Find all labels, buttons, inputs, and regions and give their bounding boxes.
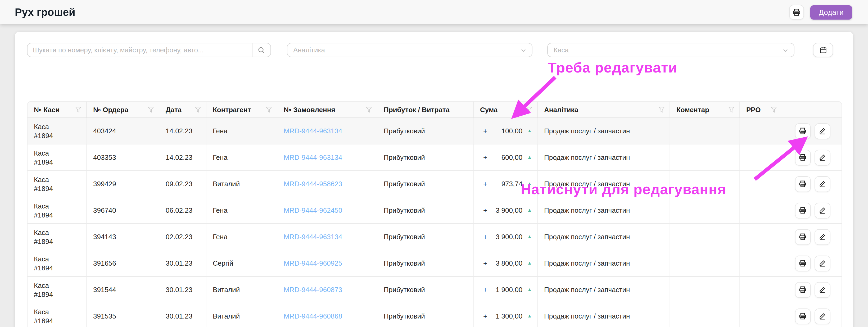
column-header[interactable]: Сума: [474, 102, 538, 118]
add-button[interactable]: Додати: [810, 5, 852, 19]
column-header[interactable]: Аналітика: [538, 102, 670, 118]
cell-contragent: Сергій: [207, 250, 277, 276]
row-print-button[interactable]: [795, 176, 811, 192]
cell-kasa: Каса #1894: [28, 250, 87, 276]
search-button[interactable]: [252, 43, 271, 57]
order-link[interactable]: MRD-9444-963134: [284, 233, 342, 241]
cell-type: Прибутковий: [377, 144, 474, 170]
column-header[interactable]: № Каси: [28, 102, 87, 118]
filter-funnel-icon[interactable]: [266, 106, 272, 113]
row-print-button[interactable]: [795, 282, 811, 298]
cell-analytics: Продаж послуг / запчастин: [538, 303, 670, 327]
table-row[interactable]: Каса #1894 394143 02.02.23 Гена MRD-9444…: [28, 224, 841, 250]
kasa-select[interactable]: Каса: [547, 43, 795, 57]
table-row[interactable]: Каса #1894 396740 06.02.23 Гена MRD-9444…: [28, 197, 841, 224]
order-link[interactable]: MRD-9444-960868: [284, 312, 342, 320]
cell-analytics: Продаж послуг / запчастин: [538, 144, 670, 170]
cell-comment: [670, 118, 740, 144]
filter-funnel-icon[interactable]: [195, 106, 201, 113]
date-range-button[interactable]: [813, 43, 833, 57]
cell-order-ref: MRD-9444-960925: [277, 250, 377, 276]
cell-type: Прибутковий: [377, 277, 474, 303]
cell-order-number: 391544: [87, 277, 159, 303]
column-header[interactable]: Дата: [159, 102, 207, 118]
row-edit-button[interactable]: [814, 255, 830, 271]
cell-rro: [740, 144, 782, 170]
row-edit-button[interactable]: [814, 308, 830, 324]
row-edit-button[interactable]: [814, 176, 830, 192]
order-link[interactable]: MRD-9444-963134: [284, 127, 342, 135]
cell-sum: +3 800,00 ▲: [474, 250, 538, 276]
table-row[interactable]: Каса #1894 391535 30.01.23 Виталий MRD-9…: [28, 303, 841, 327]
table-row[interactable]: Каса #1894 403424 14.02.23 Гена MRD-9444…: [28, 118, 841, 144]
printer-icon: [799, 180, 807, 188]
table-row[interactable]: Каса #1894 391656 30.01.23 Сергій MRD-94…: [28, 250, 841, 277]
row-edit-button[interactable]: [814, 123, 830, 139]
cell-comment: [670, 144, 740, 170]
column-header[interactable]: Прибуток / Витрата: [377, 102, 474, 118]
table-row[interactable]: Каса #1894 391544 30.01.23 Виталий MRD-9…: [28, 277, 841, 303]
row-print-button[interactable]: [795, 255, 811, 271]
page-title: Рух грошей: [15, 6, 75, 18]
column-header[interactable]: Коментар: [670, 102, 740, 118]
filter-funnel-icon[interactable]: [728, 106, 735, 113]
cell-sum: +3 900,00 ▲: [474, 224, 538, 250]
cell-date: 30.01.23: [159, 277, 207, 303]
cell-actions: [782, 224, 840, 250]
cell-order-number: 394143: [87, 224, 159, 250]
printer-icon: [799, 259, 807, 267]
order-link[interactable]: MRD-9444-963134: [284, 154, 342, 161]
annotation-note-1: Треба редагувати: [548, 60, 678, 76]
column-header[interactable]: № Замовлення: [277, 102, 377, 118]
chevron-down-icon: [782, 47, 788, 53]
cell-order-ref: MRD-9444-960868: [277, 303, 377, 327]
order-link[interactable]: MRD-9444-960873: [284, 286, 342, 294]
row-edit-button[interactable]: [814, 150, 830, 165]
filter-funnel-icon[interactable]: [366, 106, 372, 113]
cell-sum: +3 900,00 ▲: [474, 197, 538, 223]
row-print-button[interactable]: [795, 308, 811, 324]
cell-order-ref: MRD-9444-960873: [277, 277, 377, 303]
search-input[interactable]: [28, 46, 252, 54]
cell-date: 02.02.23: [159, 224, 207, 250]
row-print-button[interactable]: [795, 150, 811, 165]
cell-rro: [740, 171, 782, 197]
order-link[interactable]: MRD-9444-962450: [284, 206, 342, 214]
analytics-select[interactable]: Аналітика: [287, 43, 532, 57]
column-header[interactable]: [782, 102, 840, 118]
row-print-button[interactable]: [795, 202, 811, 218]
order-link[interactable]: MRD-9444-960925: [284, 259, 342, 267]
row-edit-button[interactable]: [814, 282, 830, 298]
cell-actions: [782, 171, 840, 197]
app-viewport: Рух грошей Додати: [0, 0, 868, 327]
top-bar: Рух грошей Додати: [0, 0, 868, 24]
table-body: Каса #1894 403424 14.02.23 Гена MRD-9444…: [28, 118, 841, 327]
cell-kasa: Каса #1894: [28, 303, 87, 327]
row-print-button[interactable]: [795, 229, 811, 245]
filter-funnel-icon[interactable]: [148, 106, 154, 113]
filter-funnel-icon[interactable]: [658, 106, 665, 113]
column-header[interactable]: РРО: [740, 102, 782, 118]
filter-funnel-icon[interactable]: [75, 106, 82, 113]
cell-contragent: Виталий: [207, 277, 277, 303]
trend-up-icon: ▲: [527, 155, 532, 160]
printer-icon: [799, 206, 807, 214]
cell-order-ref: MRD-9444-958623: [277, 171, 377, 197]
row-edit-button[interactable]: [814, 229, 830, 245]
trend-up-icon: ▲: [527, 129, 532, 133]
row-edit-button[interactable]: [814, 202, 830, 218]
print-page-button[interactable]: [789, 5, 804, 20]
table-row[interactable]: Каса #1894 403353 14.02.23 Гена MRD-9444…: [28, 144, 841, 171]
column-header[interactable]: № Ордера: [87, 102, 159, 118]
filter-funnel-icon[interactable]: [526, 106, 532, 113]
cell-order-number: 403353: [87, 144, 159, 170]
pencil-icon: [818, 259, 826, 267]
row-print-button[interactable]: [795, 123, 811, 139]
pencil-icon: [818, 206, 826, 214]
column-header[interactable]: Контрагент: [207, 102, 277, 118]
cell-order-number: 399429: [87, 171, 159, 197]
order-link[interactable]: MRD-9444-958623: [284, 180, 342, 188]
cell-actions: [782, 118, 840, 144]
calendar-icon: [819, 46, 827, 54]
filter-funnel-icon[interactable]: [771, 106, 777, 113]
